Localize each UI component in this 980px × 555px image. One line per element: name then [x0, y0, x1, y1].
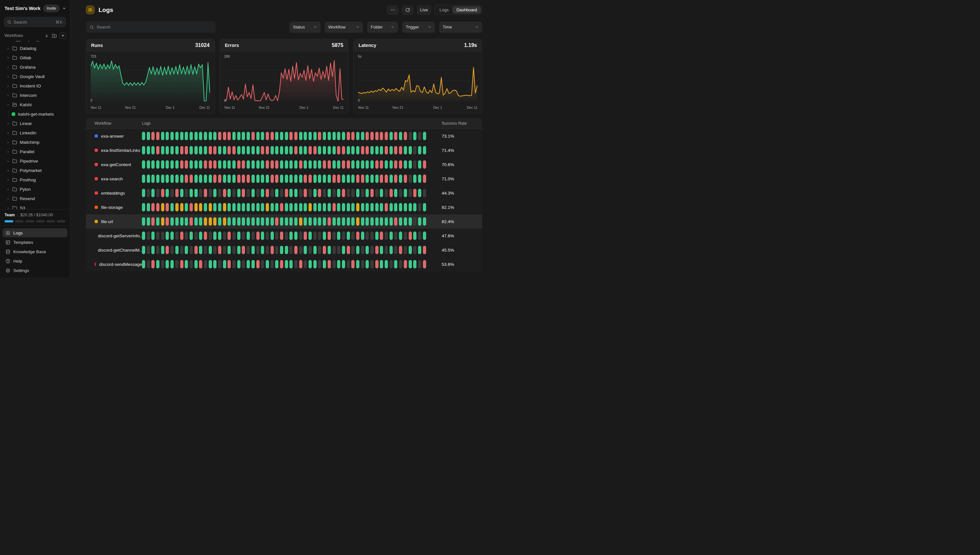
sidebar-folder-parallel[interactable]: Parallel [3, 147, 68, 156]
sidebar-folder-pipedrive[interactable]: Pipedrive [3, 156, 68, 166]
folder-icon [12, 205, 17, 209]
sidebar-workflow-item[interactable]: kalshi-get-markets [10, 109, 68, 119]
table-row-file-storage[interactable]: file-storage82.1% [86, 200, 482, 214]
filter-status[interactable]: Status [290, 22, 320, 33]
nav-item-logs[interactable]: Logs [3, 228, 68, 237]
table-row-exa-findsimilarlinks[interactable]: exa-findSimilarLinks71.4% [86, 143, 482, 157]
log-bar [246, 231, 250, 240]
log-bars [142, 175, 442, 183]
filter-workflow[interactable]: Workflow [325, 22, 363, 33]
partially-scrolled-item [3, 41, 68, 44]
log-bar [333, 175, 336, 183]
log-bar [351, 160, 354, 169]
table-row-discord-sendmessage[interactable]: discord-sendMessage53.6% [86, 257, 482, 271]
table-row-exa-search[interactable]: exa-search71.0% [86, 172, 482, 186]
table-row-embeddings[interactable]: embeddings44.3% [86, 186, 482, 200]
filter-folder[interactable]: Folder [367, 22, 398, 33]
log-bar [204, 203, 207, 212]
table-row-exa-answer[interactable]: exa-answer73.1% [86, 129, 482, 143]
sidebar-folder-datadog[interactable]: Datadog [3, 44, 68, 53]
log-bar [351, 146, 354, 154]
nav-item-settings[interactable]: Settings [3, 266, 68, 275]
sidebar-folder-gitlab[interactable]: Gitlab [3, 53, 68, 63]
log-bar [223, 160, 226, 169]
workspace-chevron-down-icon[interactable] [62, 6, 66, 10]
log-bar [142, 217, 145, 226]
log-bar [266, 189, 269, 197]
nav-item-help[interactable]: Help [3, 257, 68, 266]
more-options-button[interactable] [387, 5, 399, 15]
logs-search-input[interactable] [97, 25, 212, 29]
filter-label: Time [443, 25, 452, 29]
logs-icon [5, 231, 10, 236]
live-button[interactable]: Live [417, 5, 431, 15]
log-bar [309, 189, 312, 197]
log-bar [185, 231, 188, 240]
card-total-value: 5875 [332, 42, 344, 48]
log-bar [361, 175, 364, 183]
log-bar [199, 160, 202, 169]
log-bar [413, 160, 417, 169]
log-bar [171, 132, 174, 140]
sidebar-folder-polymarket[interactable]: Polymarket [3, 166, 68, 175]
invite-button[interactable]: Invite [43, 5, 60, 12]
log-bar [280, 260, 283, 268]
sidebar-folder-pylon[interactable]: Pylon [3, 184, 68, 194]
card-header: Runs31024 [86, 39, 214, 51]
sidebar-search[interactable]: ⌘K [4, 17, 66, 27]
log-bar [347, 203, 350, 212]
x-axis-labels: Nov 11Nov 21Dec 1Dec 11 [91, 106, 210, 110]
log-bar [261, 260, 264, 268]
folder-label: Google Vault [20, 74, 45, 79]
workflow-name: discord-sendMessage [99, 262, 142, 267]
log-bar [365, 246, 369, 254]
sidebar-folder-google-vault[interactable]: Google Vault [3, 72, 68, 81]
log-bar [195, 231, 198, 240]
log-bar [204, 189, 207, 197]
table-row-discord-getchannelm[interactable]: discord-getChannelM...45.5% [86, 243, 482, 257]
log-bar [347, 246, 350, 254]
log-bar [280, 146, 283, 154]
log-bar [380, 132, 383, 140]
log-bar [423, 160, 426, 169]
sort-descending-icon[interactable] [44, 33, 49, 38]
table-row-exa-getcontent[interactable]: exa-getContent70.6% [86, 157, 482, 172]
logs-search[interactable] [86, 21, 216, 33]
filter-trigger[interactable]: Trigger [402, 22, 435, 33]
nav-item-knowledge-base[interactable]: Knowledge Base [3, 247, 68, 256]
sidebar-folder-incident-io[interactable]: Incident IO [3, 81, 68, 91]
sidebar-folder-linear[interactable]: Linear [3, 119, 68, 128]
sidebar-folder-kalshi[interactable]: Kalshi [3, 100, 68, 109]
new-folder-icon[interactable] [52, 33, 57, 38]
sidebar-folder-grafana[interactable]: Grafana [3, 63, 68, 72]
folder-open-icon [12, 102, 17, 107]
log-bar [323, 175, 326, 183]
refresh-button[interactable] [402, 5, 414, 15]
table-row-file-url[interactable]: file-url82.4% [86, 214, 482, 229]
toggle-option-logs[interactable]: Logs [436, 6, 452, 14]
log-bar [175, 260, 179, 268]
log-bar [142, 231, 145, 240]
workspace-name[interactable]: Test Sim's Works... [5, 6, 40, 11]
sidebar-folder-intercom[interactable]: Intercom [3, 91, 68, 100]
log-bar [404, 132, 407, 140]
sidebar-folder-posthog[interactable]: Posthog [3, 175, 68, 184]
sidebar-folder-mailchimp[interactable]: Mailchimp [3, 138, 68, 147]
log-bar [294, 189, 298, 197]
log-bar [151, 146, 154, 154]
add-workflow-button[interactable] [60, 32, 66, 39]
sidebar-folder-s3[interactable]: S3 [3, 203, 68, 209]
sidebar-folder-linkedin[interactable]: LinkedIn [3, 128, 68, 138]
log-bar [261, 217, 264, 226]
log-bar [251, 146, 255, 154]
log-bar [399, 175, 402, 183]
sidebar-search-input[interactable] [14, 20, 53, 25]
log-bar [380, 260, 383, 268]
nav-item-templates[interactable]: Templates [3, 238, 68, 247]
sidebar-folder-resend[interactable]: Resend [3, 194, 68, 203]
filter-time[interactable]: Time [439, 22, 482, 33]
log-bar [290, 132, 293, 140]
toggle-option-dashboard[interactable]: Dashboard [452, 6, 481, 14]
log-bar [237, 246, 240, 254]
table-row-discord-getserverinfo[interactable]: discord-getServerInfo...47.6% [86, 229, 482, 243]
